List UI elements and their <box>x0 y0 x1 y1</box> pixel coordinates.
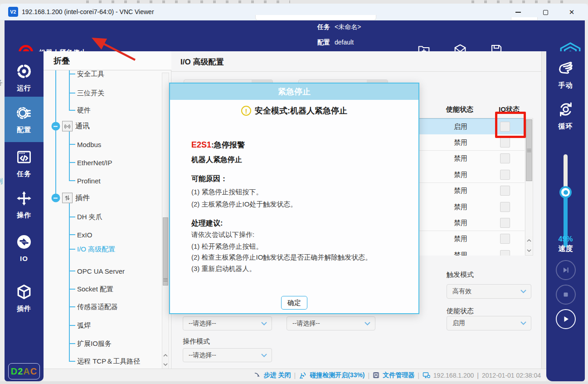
advice-item: (1) 松开紧急停止按钮。 <box>191 242 410 251</box>
maximize-button[interactable] <box>535 6 556 18</box>
tree-group-item[interactable]: 通讯 <box>75 122 90 131</box>
play-icon <box>561 315 570 324</box>
tree-item[interactable]: 硬件 <box>77 106 91 115</box>
d2ac-badge[interactable]: D2AC <box>8 363 40 379</box>
vnc-toolbar-peek <box>511 17 538 20</box>
file-manager-link[interactable]: 文件管理器 <box>383 371 414 379</box>
io-state-checkbox[interactable] <box>500 170 510 180</box>
tree-item[interactable]: DH 夹爪 <box>77 213 102 222</box>
sidebar-item-1[interactable]: 配置 <box>5 97 44 142</box>
tree-connector-stub <box>69 180 75 181</box>
causes-title: 可能原因： <box>191 174 410 184</box>
tree-item[interactable]: ExIO <box>77 231 92 239</box>
tree-item[interactable]: EtherNet/IP <box>77 159 112 167</box>
tree-connector-stub <box>69 162 75 163</box>
emergency-stop-dialog: 紧急停止 ! 安全模式:机器人紧急停止 E2S1:急停报警 机器人紧急停止 可能… <box>169 83 419 314</box>
enable-state-select[interactable]: 启用 <box>447 316 531 330</box>
tree-connector-line <box>55 70 56 198</box>
system-datetime: 2012-01-01 02:38:04 <box>482 372 541 379</box>
tree-item[interactable]: 三位开关 <box>77 89 104 98</box>
tree-collapse-button[interactable] <box>51 122 60 131</box>
table-scrollbar[interactable] <box>525 118 533 256</box>
tree-item[interactable]: 远程 TCP＆工具路径 <box>77 357 140 366</box>
tree-connector-stub <box>69 306 75 307</box>
table-scroll-up-button[interactable] <box>525 236 533 245</box>
tree-connector-stub <box>69 361 75 362</box>
page-title: I/O 高级配置 <box>180 57 224 67</box>
tree-connector-stub <box>69 249 75 250</box>
plugin-icon <box>16 284 32 302</box>
select-input-2[interactable]: --请选择-- <box>287 316 375 330</box>
background-window-edge <box>585 20 588 381</box>
enable-state-cell: 禁用 <box>436 154 486 163</box>
sidebar-item-2[interactable]: 任务 <box>5 144 44 183</box>
advice-title: 处理建议: <box>191 219 410 228</box>
tree-item[interactable]: Modbus <box>77 141 101 148</box>
tree-item[interactable]: 弧焊 <box>77 321 91 330</box>
collision-detection-icon <box>299 372 306 379</box>
step-mode-status[interactable]: 步进 关闭 <box>264 371 291 379</box>
io-state-checkbox[interactable] <box>500 202 510 212</box>
io-state-checkbox[interactable] <box>500 218 510 228</box>
tree-connector-line <box>69 198 70 361</box>
step-run-button[interactable] <box>556 260 576 280</box>
io-state-checkbox[interactable] <box>500 234 510 244</box>
right-control-sidebar: 手动 循环 49% 速度 <box>546 51 585 381</box>
speed-slider-handle[interactable] <box>559 186 572 198</box>
enable-state-cell: 禁用 <box>436 235 486 243</box>
tree-scrollbar-handle[interactable] <box>163 217 168 286</box>
io-state-checkbox[interactable] <box>500 250 510 256</box>
divider: | <box>294 372 296 379</box>
tree-item[interactable]: Socket 配置 <box>77 285 113 294</box>
background-window-edge: 务 例 <box>0 20 5 381</box>
operation-mode-value: --请选择-- <box>189 351 216 359</box>
ok-button[interactable]: 确定 <box>281 296 307 310</box>
manual-mode-button[interactable]: 手动 <box>546 59 585 90</box>
file-manager-icon <box>373 372 379 379</box>
table-scrollbar-handle[interactable] <box>526 119 532 181</box>
tree-connector-stub <box>69 325 75 326</box>
play-button[interactable] <box>556 309 576 329</box>
tree-item[interactable]: 传感器适配器 <box>77 303 118 311</box>
sidebar-item-io[interactable]: IO <box>5 228 44 267</box>
speed-label: 速度 <box>546 244 585 254</box>
tree-item[interactable]: 扩展IO服务 <box>77 340 112 348</box>
stop-button[interactable] <box>556 285 576 305</box>
tree-item[interactable]: 安全工具 <box>77 70 104 79</box>
enable-state-value: 启用 <box>452 319 465 327</box>
tree-group-item[interactable]: 插件 <box>75 193 90 203</box>
enable-state-cell: 禁用 <box>436 138 486 147</box>
collapse-all-button[interactable]: 折叠 <box>53 55 70 66</box>
stop-icon <box>561 290 570 299</box>
sidebar-item-label: 任务 <box>17 170 31 178</box>
tree-scroll-down-button[interactable] <box>162 360 169 369</box>
close-button[interactable]: ✕ <box>561 6 582 18</box>
io-icon <box>16 234 32 252</box>
safety-mode-text: 安全模式:机器人紧急停止 <box>255 105 347 116</box>
io-state-checkbox[interactable] <box>500 153 510 163</box>
io-state-checkbox[interactable] <box>500 138 510 148</box>
background-icons-artifact <box>471 0 571 3</box>
tree-scrollbar[interactable] <box>162 73 169 369</box>
io-state-checkbox[interactable] <box>500 186 510 196</box>
config-value: default <box>335 39 354 46</box>
sidebar-item-3[interactable]: 操作 <box>5 185 44 224</box>
tree-item-selected[interactable]: I/O 高级配置 <box>77 245 115 254</box>
background-window-edge <box>0 381 588 384</box>
sidebar-item-0[interactable]: 运行 <box>5 58 44 97</box>
operation-mode-select[interactable]: --请选择-- <box>183 348 272 362</box>
tree-item[interactable]: OPC UA Server <box>77 267 125 275</box>
minimize-button[interactable] <box>508 6 529 18</box>
cycle-mode-button[interactable]: 循环 <box>546 100 585 131</box>
enable-state-cell: 禁用 <box>436 218 486 227</box>
tree-collapse-button[interactable] <box>51 194 60 202</box>
tree-scroll-up-button[interactable] <box>162 351 169 360</box>
background-window-strip <box>0 0 588 4</box>
table-scroll-down-button[interactable] <box>525 246 533 255</box>
trigger-mode-select[interactable]: 高有效 <box>447 284 531 299</box>
run-icon <box>16 63 32 81</box>
tree-item[interactable]: Profinet <box>77 177 101 185</box>
collision-detection-status[interactable]: 碰撞检测开启(33%) <box>310 371 364 379</box>
select-input-1[interactable]: --请选择-- <box>183 316 272 330</box>
sidebar-item-5[interactable]: 插件 <box>5 279 44 318</box>
